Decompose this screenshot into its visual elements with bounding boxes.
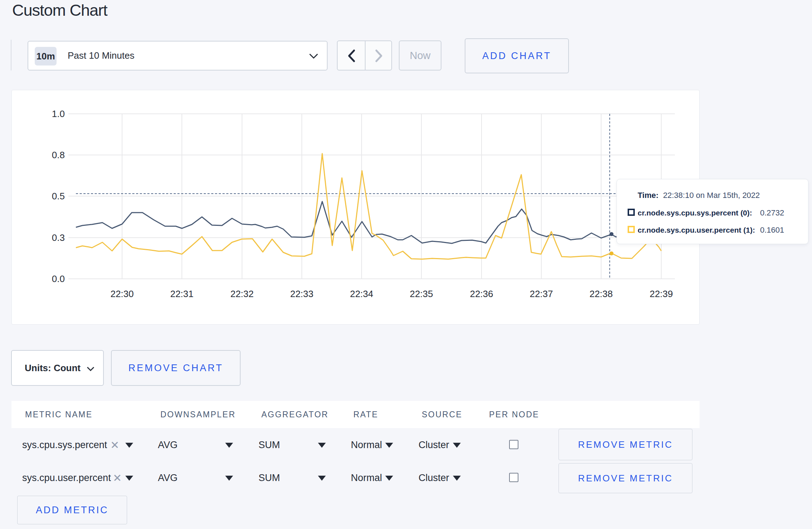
svg-text:22:35: 22:35: [410, 288, 433, 299]
svg-text:22:30: 22:30: [110, 288, 134, 299]
svg-text:0.3: 0.3: [52, 232, 65, 243]
svg-text:22:33: 22:33: [290, 288, 313, 299]
svg-text:0.0: 0.0: [52, 273, 65, 284]
svg-text:1.0: 1.0: [52, 108, 65, 119]
svg-text:22:34: 22:34: [350, 288, 373, 299]
svg-text:22:32: 22:32: [230, 288, 253, 299]
svg-text:22:37: 22:37: [530, 288, 553, 299]
svg-text:22:36: 22:36: [470, 288, 493, 299]
svg-text:0.5: 0.5: [52, 191, 65, 202]
svg-text:0.8: 0.8: [52, 150, 65, 160]
svg-text:22:39: 22:39: [649, 288, 673, 299]
svg-text:22:31: 22:31: [170, 288, 193, 299]
svg-text:22:38: 22:38: [589, 288, 613, 299]
